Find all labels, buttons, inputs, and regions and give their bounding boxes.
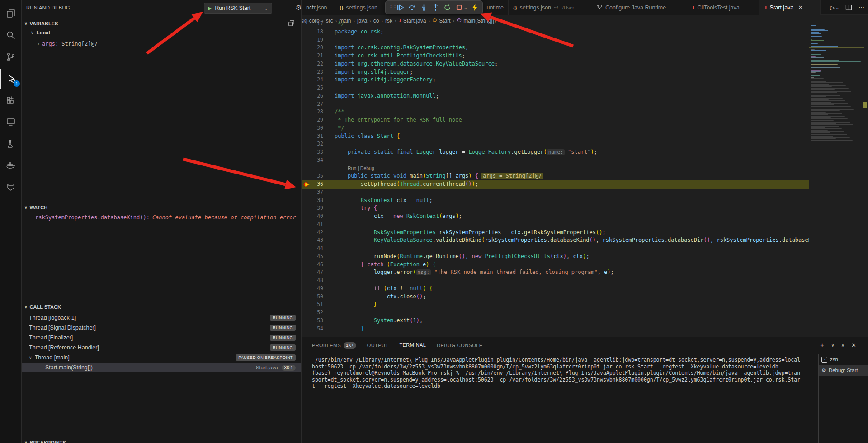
more-actions-icon[interactable]: ⋯ <box>859 4 864 11</box>
breakpoints-section-header[interactable]: ∨ BREAKPOINTS <box>22 438 301 443</box>
breakpoint-gutter[interactable] <box>302 197 311 205</box>
thread-row[interactable]: Thread [Signal Dispatcher]RUNNING <box>22 323 301 333</box>
terminal-output[interactable]: /usr/bin/env /Library/Internet\ Plug-Ins… <box>312 357 818 390</box>
breakpoint-gutter[interactable] <box>302 301 311 309</box>
breakpoint-gutter[interactable] <box>302 189 311 197</box>
breakpoint-gutter[interactable] <box>302 20 311 28</box>
gear-icon[interactable]: ⚙ <box>296 4 302 12</box>
code-editor[interactable]: 17 */18package co.rsk;1920import co.rsk.… <box>302 20 809 333</box>
breakpoint-gutter[interactable] <box>302 221 311 229</box>
breakpoint-gutter[interactable] <box>302 229 311 237</box>
minimap[interactable] <box>809 24 864 337</box>
tab-configure-java-runtime[interactable]: Configure Java Runtime <box>592 0 687 15</box>
breakpoint-gutter[interactable] <box>302 100 311 108</box>
breakpoint-gutter[interactable] <box>302 180 311 189</box>
variables-section-header[interactable]: ∨ VARIABLES <box>22 19 301 28</box>
tab-clitoolstest-java[interactable]: JCliToolsTest.java <box>687 0 760 15</box>
step-out-icon[interactable] <box>431 2 441 13</box>
variables-scope-local[interactable]: ∨ Local <box>31 30 50 35</box>
terminal-instance-debug-start[interactable]: ⚙Debug: Start <box>819 365 868 376</box>
panel-tab-debug-console[interactable]: DEBUG CONSOLE <box>437 337 482 353</box>
close-icon[interactable]: ✕ <box>798 4 803 11</box>
launch-config-dropdown[interactable]: ▶ Run RSK Start ⌄ <box>204 3 272 14</box>
panel-tab-terminal[interactable]: TERMINAL <box>399 337 426 353</box>
breakpoint-gutter[interactable] <box>302 165 311 173</box>
stop-dropdown-chevron-icon[interactable]: ⌄ <box>464 5 468 10</box>
call-stack-section-header[interactable]: ∨ CALL STACK <box>22 302 301 311</box>
maximize-panel-icon[interactable]: ∧ <box>841 343 844 348</box>
fox-extension-activity-item[interactable] <box>0 177 22 197</box>
tab-start-java[interactable]: JStart.java✕ <box>760 0 821 15</box>
breakpoint-gutter[interactable] <box>302 36 311 44</box>
breakpoint-gutter[interactable] <box>302 124 311 132</box>
breakpoint-gutter[interactable] <box>302 140 311 148</box>
code-line-28: 28/** <box>302 108 809 116</box>
run-java-icon[interactable]: ▷⌄ <box>830 4 839 11</box>
breakpoint-gutter[interactable] <box>302 212 311 221</box>
breakpoint-gutter[interactable] <box>302 317 311 325</box>
more-actions-icon[interactable]: ⋯ <box>309 2 316 10</box>
breakpoint-gutter[interactable] <box>302 92 311 100</box>
breakpoint-gutter[interactable] <box>302 28 311 36</box>
breakpoint-gutter[interactable] <box>302 84 311 92</box>
extensions-activity-item[interactable] <box>0 90 22 110</box>
toolbar-grip-icon[interactable]: ⋮⋮ <box>388 5 394 10</box>
breakpoint-gutter[interactable] <box>302 68 311 76</box>
breakpoint-gutter[interactable] <box>302 261 311 269</box>
breakpoint-gutter[interactable] <box>302 132 311 141</box>
stop-icon[interactable] <box>454 2 464 13</box>
thread-row[interactable]: ∨Thread [main]PAUSED ON BREAKPOINT <box>22 353 301 363</box>
new-terminal-icon[interactable]: + <box>820 341 824 349</box>
breakpoint-gutter[interactable] <box>302 253 311 261</box>
breakpoint-gutter[interactable] <box>302 285 311 293</box>
tab-nch-json[interactable]: nch.json <box>302 0 335 15</box>
close-panel-icon[interactable]: ✕ <box>851 342 856 349</box>
breakpoint-gutter[interactable] <box>302 204 311 212</box>
breakpoint-gutter[interactable] <box>302 309 311 317</box>
watch-section-header[interactable]: ∨ WATCH <box>22 203 301 212</box>
breakpoint-gutter[interactable] <box>302 52 311 60</box>
codelens-run-debug[interactable]: Run | Debug <box>348 165 374 171</box>
start-debug-icon[interactable]: ▶ <box>208 5 212 11</box>
watch-expression-row[interactable]: rskSystemProperties.databaseKind(): Cann… <box>35 214 297 221</box>
breakpoint-gutter[interactable] <box>302 60 311 68</box>
chevron-down-icon[interactable]: ⌄ <box>264 6 268 11</box>
breakpoint-gutter[interactable] <box>302 236 311 245</box>
breakpoint-gutter[interactable] <box>302 156 311 165</box>
docker-activity-item[interactable] <box>0 156 22 175</box>
tab-settings-json[interactable]: {}settings.json~/.../User <box>509 0 592 15</box>
breakpoint-gutter[interactable] <box>302 269 311 277</box>
test-beaker-activity-item[interactable] <box>0 134 22 154</box>
collapse-all-icon[interactable] <box>288 20 295 28</box>
breakpoint-gutter[interactable] <box>302 277 311 285</box>
breakpoint-gutter[interactable] <box>302 108 311 116</box>
breakpoint-gutter[interactable] <box>302 44 311 52</box>
run-debug-activity-item[interactable]: 1 <box>0 69 22 89</box>
breakpoint-gutter[interactable] <box>302 325 311 333</box>
breakpoint-gutter[interactable] <box>302 172 311 180</box>
hot-code-replace-icon[interactable] <box>470 2 480 13</box>
search-activity-item[interactable] <box>0 25 22 45</box>
thread-row[interactable]: Thread [Finalizer]RUNNING <box>22 333 301 343</box>
breakpoint-gutter[interactable] <box>302 148 311 156</box>
panel-tab-output[interactable]: OUTPUT <box>367 337 389 353</box>
source-control-activity-item[interactable] <box>0 47 22 67</box>
breakpoint-gutter[interactable] <box>302 293 311 301</box>
restart-icon[interactable] <box>442 2 452 13</box>
variable-args-row[interactable]: › args : String[2]@7 <box>38 41 98 47</box>
chevron-down-icon[interactable]: ∨ <box>831 343 834 348</box>
continue-icon[interactable] <box>396 2 406 13</box>
remote-explorer-activity-item[interactable] <box>0 112 22 132</box>
split-editor-icon[interactable] <box>845 4 852 11</box>
step-into-icon[interactable] <box>419 2 429 13</box>
panel-tab-problems[interactable]: PROBLEMS1K+ <box>312 337 356 353</box>
terminal-instance-zsh[interactable]: ›zsh <box>819 354 868 365</box>
files-activity-item[interactable] <box>0 4 22 24</box>
breakpoint-gutter[interactable] <box>302 116 311 124</box>
stack-frame-row[interactable]: Start.main(String[])Start.java36:1 <box>22 363 301 372</box>
thread-row[interactable]: Thread [Reference Handler]RUNNING <box>22 343 301 353</box>
breakpoint-gutter[interactable] <box>302 245 311 253</box>
breakpoint-gutter[interactable] <box>302 76 311 84</box>
step-over-icon[interactable] <box>407 2 417 13</box>
thread-row[interactable]: Thread [logback-1]RUNNING <box>22 313 301 323</box>
